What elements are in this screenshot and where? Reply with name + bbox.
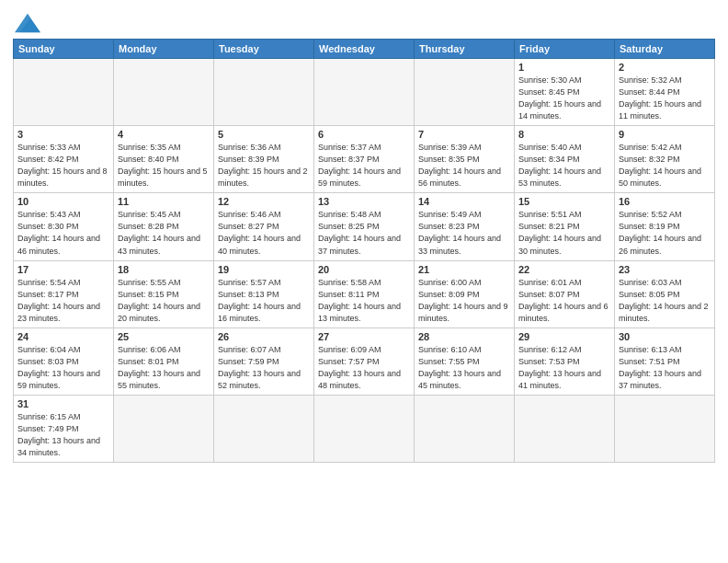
logo bbox=[13, 13, 40, 33]
calendar-cell: 10Sunrise: 5:43 AMSunset: 8:30 PMDayligh… bbox=[14, 193, 114, 260]
day-info: Sunrise: 5:37 AMSunset: 8:37 PMDaylight:… bbox=[318, 142, 410, 190]
calendar-cell: 20Sunrise: 5:58 AMSunset: 8:11 PMDayligh… bbox=[314, 260, 415, 327]
calendar-cell: 31Sunrise: 6:15 AMSunset: 7:49 PMDayligh… bbox=[14, 395, 114, 462]
day-info: Sunrise: 5:51 AMSunset: 8:21 PMDaylight:… bbox=[518, 209, 610, 257]
day-number: 26 bbox=[218, 331, 310, 342]
day-number: 18 bbox=[118, 264, 210, 275]
day-info: Sunrise: 5:46 AMSunset: 8:27 PMDaylight:… bbox=[218, 209, 310, 257]
day-info: Sunrise: 5:45 AMSunset: 8:28 PMDaylight:… bbox=[118, 209, 210, 257]
day-number: 15 bbox=[518, 196, 610, 207]
calendar-cell: 15Sunrise: 5:51 AMSunset: 8:21 PMDayligh… bbox=[515, 193, 615, 260]
calendar-cell bbox=[415, 59, 515, 126]
calendar-cell bbox=[214, 395, 314, 462]
day-info: Sunrise: 6:03 AMSunset: 8:05 PMDaylight:… bbox=[619, 277, 711, 325]
day-info: Sunrise: 5:48 AMSunset: 8:25 PMDaylight:… bbox=[318, 209, 410, 257]
calendar-cell bbox=[14, 59, 114, 126]
day-info: Sunrise: 5:33 AMSunset: 8:42 PMDaylight:… bbox=[17, 142, 109, 190]
day-number: 31 bbox=[17, 398, 109, 409]
weekday-header-friday: Friday bbox=[515, 40, 615, 59]
day-number: 3 bbox=[17, 129, 109, 140]
calendar-week-1: 1Sunrise: 5:30 AMSunset: 8:45 PMDaylight… bbox=[14, 59, 715, 126]
day-number: 27 bbox=[318, 331, 410, 342]
calendar-week-6: 31Sunrise: 6:15 AMSunset: 7:49 PMDayligh… bbox=[14, 395, 715, 462]
day-info: Sunrise: 6:00 AMSunset: 8:09 PMDaylight:… bbox=[418, 277, 510, 325]
day-number: 21 bbox=[418, 264, 510, 275]
calendar-cell: 28Sunrise: 6:10 AMSunset: 7:55 PMDayligh… bbox=[415, 327, 515, 395]
weekday-header-tuesday: Tuesday bbox=[214, 40, 314, 59]
weekday-header-sunday: Sunday bbox=[14, 40, 114, 59]
calendar-cell bbox=[314, 59, 415, 126]
day-number: 11 bbox=[118, 196, 210, 207]
day-info: Sunrise: 5:52 AMSunset: 8:19 PMDaylight:… bbox=[619, 209, 711, 257]
calendar-week-3: 10Sunrise: 5:43 AMSunset: 8:30 PMDayligh… bbox=[14, 193, 715, 260]
calendar-cell: 25Sunrise: 6:06 AMSunset: 8:01 PMDayligh… bbox=[114, 327, 214, 395]
day-info: Sunrise: 5:58 AMSunset: 8:11 PMDaylight:… bbox=[318, 277, 410, 325]
day-info: Sunrise: 5:32 AMSunset: 8:44 PMDaylight:… bbox=[619, 75, 711, 122]
calendar-cell bbox=[515, 395, 615, 462]
day-info: Sunrise: 6:07 AMSunset: 7:59 PMDaylight:… bbox=[218, 344, 310, 392]
day-number: 13 bbox=[318, 196, 410, 207]
day-number: 19 bbox=[218, 264, 310, 275]
day-info: Sunrise: 5:42 AMSunset: 8:32 PMDaylight:… bbox=[619, 142, 711, 190]
day-number: 2 bbox=[619, 62, 711, 73]
day-number: 29 bbox=[518, 331, 610, 342]
calendar-cell: 16Sunrise: 5:52 AMSunset: 8:19 PMDayligh… bbox=[615, 193, 715, 260]
day-number: 6 bbox=[318, 129, 410, 140]
calendar-cell: 12Sunrise: 5:46 AMSunset: 8:27 PMDayligh… bbox=[214, 193, 314, 260]
day-info: Sunrise: 6:09 AMSunset: 7:57 PMDaylight:… bbox=[318, 344, 410, 392]
day-info: Sunrise: 5:55 AMSunset: 8:15 PMDaylight:… bbox=[118, 277, 210, 325]
day-number: 10 bbox=[17, 196, 109, 207]
weekday-header-thursday: Thursday bbox=[415, 40, 515, 59]
day-info: Sunrise: 5:49 AMSunset: 8:23 PMDaylight:… bbox=[418, 209, 510, 257]
calendar-cell bbox=[114, 395, 214, 462]
calendar-cell: 27Sunrise: 6:09 AMSunset: 7:57 PMDayligh… bbox=[314, 327, 415, 395]
weekday-header-wednesday: Wednesday bbox=[314, 40, 415, 59]
day-number: 7 bbox=[418, 129, 510, 140]
day-info: Sunrise: 6:13 AMSunset: 7:51 PMDaylight:… bbox=[619, 344, 711, 392]
day-info: Sunrise: 5:57 AMSunset: 8:13 PMDaylight:… bbox=[218, 277, 310, 325]
day-info: Sunrise: 6:15 AMSunset: 7:49 PMDaylight:… bbox=[17, 411, 109, 459]
calendar-cell: 2Sunrise: 5:32 AMSunset: 8:44 PMDaylight… bbox=[615, 59, 715, 126]
day-number: 28 bbox=[418, 331, 510, 342]
calendar-cell bbox=[314, 395, 415, 462]
day-info: Sunrise: 5:40 AMSunset: 8:34 PMDaylight:… bbox=[518, 142, 610, 190]
day-number: 16 bbox=[619, 196, 711, 207]
calendar-cell: 18Sunrise: 5:55 AMSunset: 8:15 PMDayligh… bbox=[114, 260, 214, 327]
calendar-cell: 14Sunrise: 5:49 AMSunset: 8:23 PMDayligh… bbox=[415, 193, 515, 260]
day-info: Sunrise: 5:54 AMSunset: 8:17 PMDaylight:… bbox=[17, 277, 109, 325]
calendar-cell: 3Sunrise: 5:33 AMSunset: 8:42 PMDaylight… bbox=[14, 126, 114, 193]
day-info: Sunrise: 5:35 AMSunset: 8:40 PMDaylight:… bbox=[118, 142, 210, 190]
day-number: 4 bbox=[118, 129, 210, 140]
weekday-header-row: SundayMondayTuesdayWednesdayThursdayFrid… bbox=[14, 40, 715, 59]
day-info: Sunrise: 6:01 AMSunset: 8:07 PMDaylight:… bbox=[518, 277, 610, 325]
calendar-cell: 24Sunrise: 6:04 AMSunset: 8:03 PMDayligh… bbox=[14, 327, 114, 395]
calendar-cell bbox=[214, 59, 314, 126]
day-number: 5 bbox=[218, 129, 310, 140]
day-info: Sunrise: 6:10 AMSunset: 7:55 PMDaylight:… bbox=[418, 344, 510, 392]
day-info: Sunrise: 6:12 AMSunset: 7:53 PMDaylight:… bbox=[518, 344, 610, 392]
calendar-cell bbox=[114, 59, 214, 126]
calendar-cell: 29Sunrise: 6:12 AMSunset: 7:53 PMDayligh… bbox=[515, 327, 615, 395]
day-info: Sunrise: 6:06 AMSunset: 8:01 PMDaylight:… bbox=[118, 344, 210, 392]
calendar-cell: 4Sunrise: 5:35 AMSunset: 8:40 PMDaylight… bbox=[114, 126, 214, 193]
calendar-cell: 19Sunrise: 5:57 AMSunset: 8:13 PMDayligh… bbox=[214, 260, 314, 327]
day-info: Sunrise: 5:43 AMSunset: 8:30 PMDaylight:… bbox=[17, 209, 109, 257]
day-number: 14 bbox=[418, 196, 510, 207]
day-number: 22 bbox=[518, 264, 610, 275]
calendar-week-4: 17Sunrise: 5:54 AMSunset: 8:17 PMDayligh… bbox=[14, 260, 715, 327]
calendar-week-2: 3Sunrise: 5:33 AMSunset: 8:42 PMDaylight… bbox=[14, 126, 715, 193]
calendar-cell: 11Sunrise: 5:45 AMSunset: 8:28 PMDayligh… bbox=[114, 193, 214, 260]
calendar-week-5: 24Sunrise: 6:04 AMSunset: 8:03 PMDayligh… bbox=[14, 327, 715, 395]
calendar-cell: 22Sunrise: 6:01 AMSunset: 8:07 PMDayligh… bbox=[515, 260, 615, 327]
calendar-cell: 23Sunrise: 6:03 AMSunset: 8:05 PMDayligh… bbox=[615, 260, 715, 327]
calendar-cell: 30Sunrise: 6:13 AMSunset: 7:51 PMDayligh… bbox=[615, 327, 715, 395]
calendar-cell: 1Sunrise: 5:30 AMSunset: 8:45 PMDaylight… bbox=[515, 59, 615, 126]
day-number: 24 bbox=[17, 331, 109, 342]
day-number: 25 bbox=[118, 331, 210, 342]
calendar-cell: 6Sunrise: 5:37 AMSunset: 8:37 PMDaylight… bbox=[314, 126, 415, 193]
calendar-cell: 21Sunrise: 6:00 AMSunset: 8:09 PMDayligh… bbox=[415, 260, 515, 327]
day-info: Sunrise: 5:36 AMSunset: 8:39 PMDaylight:… bbox=[218, 142, 310, 190]
day-number: 8 bbox=[518, 129, 610, 140]
calendar-cell bbox=[615, 395, 715, 462]
weekday-header-monday: Monday bbox=[114, 40, 214, 59]
